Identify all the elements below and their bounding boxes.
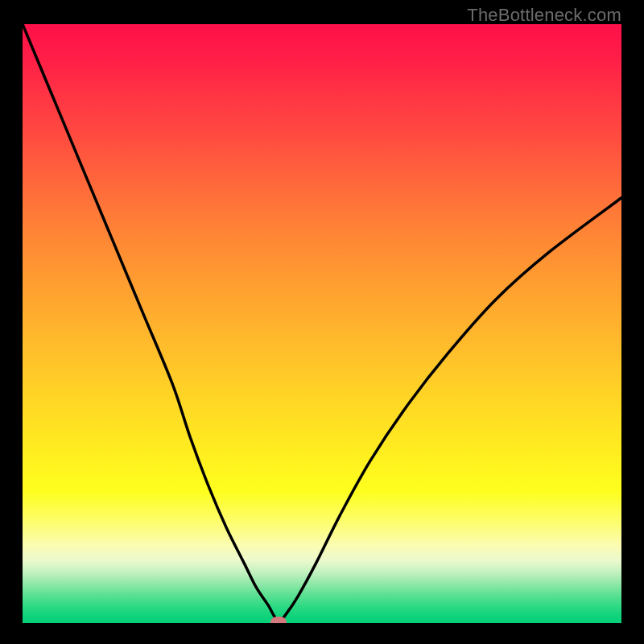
bottleneck-curve-path	[23, 24, 621, 622]
watermark-text: TheBottleneck.com	[467, 5, 621, 26]
curve-svg	[23, 24, 621, 623]
chart-frame: TheBottleneck.com	[0, 0, 644, 644]
plot-area	[23, 24, 621, 623]
optimal-point-marker	[270, 617, 287, 624]
